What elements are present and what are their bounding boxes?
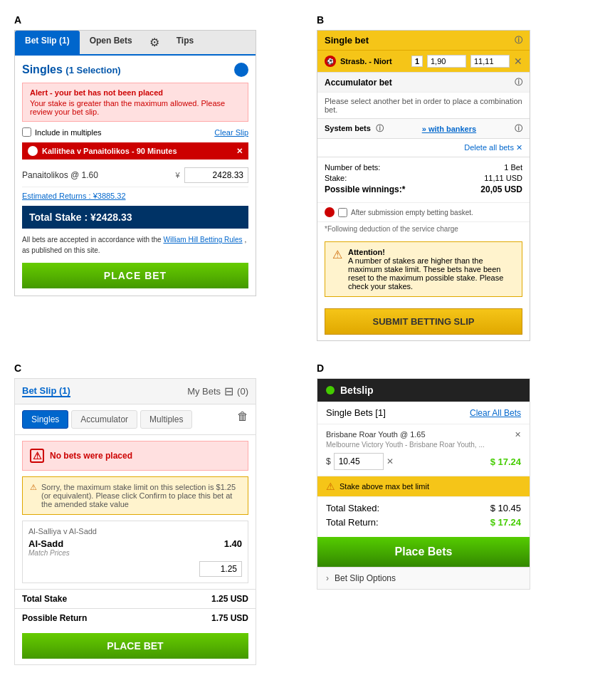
- subtab-multiples[interactable]: Multiples: [140, 410, 192, 429]
- my-bets-tab[interactable]: My Bets ⊟ (0): [187, 385, 248, 398]
- bet-slip-options-row-d[interactable]: › Bet Slip Options: [317, 567, 530, 589]
- bet-odds-b[interactable]: [427, 55, 466, 68]
- submission-checkbox[interactable]: [338, 208, 347, 217]
- single-bet-title: Single bet: [325, 35, 369, 46]
- trash-icon-c[interactable]: 🗑: [237, 410, 248, 429]
- deduction-note: *Following deduction of the service char…: [317, 221, 530, 236]
- section-label-b: B: [317, 14, 591, 26]
- total-stake-label-c: Total Stake: [22, 594, 67, 604]
- accumulator-title: Accumulator bet: [325, 78, 392, 88]
- no-bets-text: No bets were placed: [50, 451, 132, 461]
- bet-close-d[interactable]: ✕: [515, 430, 521, 439]
- attention-title: Attention!: [348, 248, 385, 256]
- filter-icon-c: ⊟: [224, 385, 233, 398]
- legal-link-a[interactable]: William Hill Betting Rules: [163, 236, 242, 244]
- chevron-right-icon: ›: [326, 573, 329, 583]
- bet-card-c: Al-Salliya v Al-Sadd Al-Sadd 1.40 Match …: [22, 521, 248, 583]
- stake-input-c[interactable]: [199, 561, 242, 577]
- accumulator-header: Accumulator bet ⓘ: [317, 72, 530, 92]
- bet-odds-val-c: 1.40: [224, 538, 242, 549]
- section-label-a: A: [14, 14, 288, 26]
- close-bet-b[interactable]: ✕: [514, 56, 522, 67]
- possible-winnings-val: 20,05 USD: [480, 184, 522, 194]
- possible-return-row-c: Possible Return 1.75 USD: [15, 608, 256, 627]
- bet-num-b: 1: [411, 56, 423, 67]
- tabs-a: Bet Slip (1) Open Bets ⚙ Tips: [15, 31, 256, 56]
- estimated-returns-a: Estimated Returns : ¥3885.32: [22, 192, 248, 200]
- bet-card-input-row: [28, 561, 242, 577]
- bet-card-odds-c: Al-Sadd 1.40: [28, 538, 242, 549]
- possible-winnings-label: Possible winnings:*: [325, 184, 405, 194]
- total-staked-row-d: Total Staked: $ 10.45: [326, 503, 521, 513]
- single-bets-label-d: Single Bets [1]: [326, 407, 386, 418]
- team-icon-b: ⚽: [325, 56, 336, 67]
- tab-open-bets[interactable]: Open Bets: [80, 31, 142, 54]
- panel-c: Bet Slip (1) My Bets ⊟ (0) Singles Accum…: [14, 378, 256, 665]
- system-bets-info[interactable]: ⓘ: [376, 124, 384, 132]
- bet-row-a: Kallithea v Panaitolikos - 90 Minutes ✕: [22, 142, 248, 160]
- place-bets-button-d[interactable]: Place Bets: [317, 537, 530, 567]
- alert-box-a: Alert - your bet has not been placed You…: [22, 83, 248, 122]
- warning-triangle-d: ⚠: [326, 481, 335, 492]
- subtab-singles[interactable]: Singles: [22, 410, 68, 429]
- num-bets-val: 1 Bet: [504, 163, 522, 172]
- betslip-header-d: Betslip: [317, 379, 530, 402]
- bet-icon-a: [28, 146, 38, 156]
- num-bets-row: Number of bets: 1 Bet: [325, 163, 522, 172]
- submit-betting-slip-button[interactable]: SUBMIT BETTING SLIP: [325, 308, 522, 335]
- betslip-title-d: Betslip: [340, 385, 374, 396]
- possible-return-val-c: 1.75 USD: [211, 613, 248, 623]
- with-bankers-info[interactable]: ⓘ: [515, 123, 522, 134]
- singles-title: Singles (1 Selection): [22, 63, 248, 77]
- options-row: Include in multiples Clear Slip: [22, 127, 248, 137]
- include-multiples-checkbox[interactable]: [22, 127, 31, 137]
- bet-match-d: Melbourne Victory Youth - Brisbane Roar …: [326, 441, 521, 449]
- delete-all-row[interactable]: Delete all bets ✕: [317, 138, 530, 157]
- tab-tips[interactable]: Tips: [167, 31, 204, 54]
- tab-bet-slip[interactable]: Bet Slip (1): [15, 31, 80, 54]
- bet-match-title-c: Al-Salliya v Al-Sadd: [28, 527, 242, 536]
- bet-item-d: Brisbane Roar Youth @ 1.65 ✕ Melbourne V…: [317, 424, 530, 476]
- settings-icon[interactable]: ⚙: [142, 31, 167, 54]
- bet-team-d: Brisbane Roar Youth @ 1.65 ✕: [326, 430, 521, 439]
- no-bets-icon: ⚠: [30, 449, 44, 463]
- combo-text: Please select another bet in order to pl…: [317, 92, 530, 118]
- alert-body-a: Your stake is greater than the maximum a…: [30, 99, 225, 116]
- stake-warning-text: Sorry, the maximum stake limit on this s…: [41, 483, 241, 508]
- bet-title-a: Kallithea v Panaitolikos - 90 Minutes: [42, 147, 177, 155]
- clear-all-bets-d[interactable]: Clear All Bets: [470, 408, 521, 418]
- singles-heading: Singles (1 Selection): [22, 63, 121, 76]
- accumulator-info-icon[interactable]: ⓘ: [515, 77, 522, 88]
- stake-input-d[interactable]: [334, 453, 384, 470]
- bet-close-a[interactable]: ✕: [236, 147, 243, 156]
- possible-return-label-c: Possible Return: [22, 613, 87, 623]
- tab-bet-slip-c[interactable]: Bet Slip (1): [22, 385, 70, 397]
- bet-selection-c: Al-Sadd: [28, 538, 63, 549]
- total-return-val-d: $ 17.24: [490, 517, 521, 528]
- bet-slip-options-label: Bet Slip Options: [335, 573, 396, 583]
- subtab-accumulator[interactable]: Accumulator: [71, 410, 137, 429]
- place-bet-button-a[interactable]: PLACE BET: [22, 263, 248, 288]
- include-multiples-label[interactable]: Include in multiples: [22, 127, 102, 137]
- stake-warning-icon-c: ⚠: [30, 483, 37, 508]
- section-label-d: D: [317, 362, 591, 374]
- total-staked-label-d: Total Staked:: [326, 503, 379, 513]
- bet-stake-b[interactable]: [470, 55, 510, 68]
- stake-label-b: Stake:: [325, 174, 347, 182]
- single-bet-header: Single bet ⓘ: [317, 31, 530, 50]
- tabs-c-header: Bet Slip (1) My Bets ⊟ (0): [15, 379, 256, 404]
- clear-slip-link[interactable]: Clear Slip: [214, 128, 248, 137]
- system-bets-row: System bets ⓘ » with bankers ⓘ: [317, 118, 530, 138]
- stake-input-a[interactable]: [184, 167, 248, 183]
- place-bet-button-c[interactable]: PLACE BET: [22, 633, 248, 659]
- total-return-row-d: Total Return: $ 17.24: [326, 517, 521, 528]
- stake-row-b: Stake: 11,11 USD: [325, 174, 522, 182]
- bet-detail-a: Panaitolikos @ 1.60 ¥: [22, 164, 248, 187]
- bet-team-odds-d: Brisbane Roar Youth @ 1.65: [326, 430, 426, 439]
- submission-icon: [325, 207, 335, 217]
- green-dot-d: [326, 386, 335, 395]
- potential-win-d: $ 17.24: [490, 456, 521, 467]
- with-bankers-link[interactable]: » with bankers: [422, 125, 476, 133]
- stake-clear-d[interactable]: ✕: [386, 456, 394, 466]
- single-bet-info-icon[interactable]: ⓘ: [515, 35, 522, 46]
